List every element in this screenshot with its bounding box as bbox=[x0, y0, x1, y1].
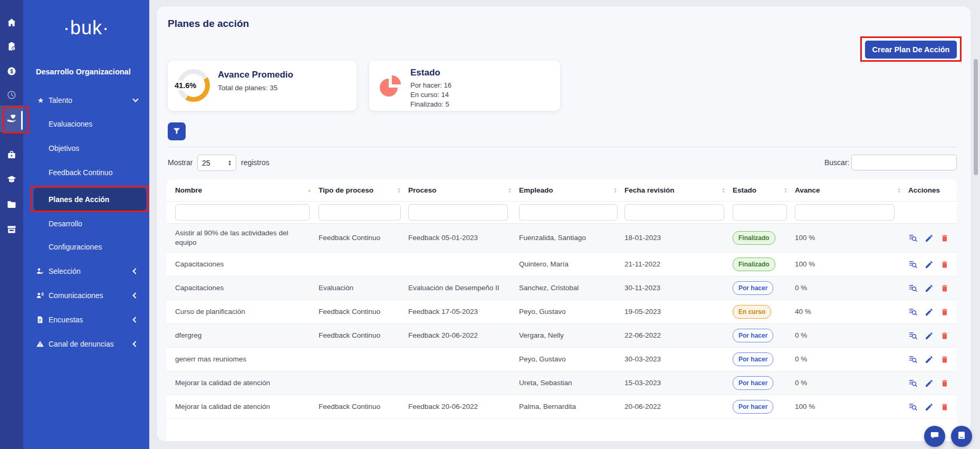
star-icon: ★ bbox=[36, 96, 45, 104]
page-size-value: 25 bbox=[202, 159, 210, 167]
home-icon[interactable] bbox=[6, 17, 17, 28]
cell-tipo-de-proceso bbox=[319, 260, 408, 269]
buscar-label: Buscar: bbox=[824, 158, 849, 167]
edit-icon[interactable] bbox=[925, 379, 934, 388]
cell-acciones bbox=[908, 397, 957, 416]
sidebar-item-seleccion[interactable]: Selección bbox=[23, 260, 149, 283]
delete-icon[interactable] bbox=[940, 403, 949, 412]
view-details-icon[interactable] bbox=[908, 402, 918, 412]
view-details-icon[interactable] bbox=[908, 260, 918, 269]
sort-icon[interactable]: ▲▼ bbox=[613, 187, 617, 194]
column-header-proceso[interactable]: Proceso▲▼ bbox=[408, 186, 519, 194]
column-header-fecha-revision[interactable]: Fecha revisión▲▼ bbox=[624, 186, 733, 194]
view-details-icon[interactable] bbox=[908, 307, 918, 317]
sort-icon[interactable]: ▲▼ bbox=[722, 187, 725, 194]
delete-icon[interactable] bbox=[940, 355, 949, 364]
sidebar-item-talento[interactable]: ★ Talento bbox=[23, 89, 149, 112]
announcement-icon bbox=[36, 291, 45, 300]
column-header-avance[interactable]: Avance▲▼ bbox=[795, 186, 908, 194]
clipboard-clock-icon[interactable] bbox=[6, 41, 17, 52]
feedback-widget-fab[interactable] bbox=[951, 426, 972, 447]
sidebar-item-planes-de-accion[interactable]: Planes de Acción bbox=[34, 188, 146, 211]
sort-icon[interactable]: ▲▼ bbox=[508, 187, 512, 194]
filter-button[interactable] bbox=[168, 122, 186, 140]
delete-icon[interactable] bbox=[940, 234, 949, 243]
cell-proceso: Feedback 20-06-2022 bbox=[408, 397, 519, 416]
graduation-icon[interactable] bbox=[6, 174, 17, 185]
table-body: Asistir al 90% de las actividades del eq… bbox=[167, 224, 957, 419]
sidebar-item-comunicaciones[interactable]: Comunicaciones bbox=[23, 284, 149, 307]
filter-input-fecha-revision[interactable] bbox=[624, 204, 724, 221]
create-action-plan-button[interactable]: Crear Plan De Acción bbox=[865, 41, 957, 59]
sidebar-item-evaluaciones[interactable]: Evaluaciones bbox=[23, 112, 149, 136]
estado-card: Estado Por hacer: 16 En curso: 14 Finali… bbox=[369, 61, 560, 111]
view-details-icon[interactable] bbox=[908, 233, 918, 243]
sort-icon[interactable]: ▲▼ bbox=[784, 187, 787, 194]
delete-icon[interactable] bbox=[940, 331, 949, 340]
sort-icon[interactable]: ▲▼ bbox=[397, 187, 401, 194]
folder-icon[interactable] bbox=[6, 199, 17, 209]
sidebar-item-configuraciones[interactable]: Configuraciones bbox=[23, 235, 149, 259]
edit-icon[interactable] bbox=[925, 234, 934, 243]
view-details-icon[interactable] bbox=[908, 283, 918, 293]
edit-icon[interactable] bbox=[925, 260, 934, 269]
table-row: Asistir al 90% de las actividades del eq… bbox=[167, 224, 957, 253]
avance-promedio-card: 41.6% Avance Promedio Total de planes: 3… bbox=[168, 61, 357, 111]
cell-tipo-de-proceso: Evaluación bbox=[319, 279, 408, 298]
filter-input-proceso[interactable] bbox=[408, 204, 508, 221]
table-controls: Mostrar 25 ▲▼ registros Buscar: bbox=[168, 155, 957, 171]
filter-input-tipo-de-proceso[interactable] bbox=[319, 204, 401, 221]
chevron-left-icon bbox=[132, 268, 138, 274]
chat-fab[interactable] bbox=[924, 426, 945, 447]
progress-percent-label: 41.6% bbox=[173, 81, 198, 90]
edit-icon[interactable] bbox=[925, 355, 934, 364]
page-size-select[interactable]: 25 ▲▼ bbox=[197, 155, 236, 171]
edit-icon[interactable] bbox=[925, 284, 934, 293]
delete-icon[interactable] bbox=[940, 308, 949, 317]
estado-finalizado: Finalizado: 5 bbox=[410, 100, 451, 109]
cell-nombre: Mejorar la calidad de atención bbox=[175, 397, 319, 416]
column-header-nombre[interactable]: Nombre▲ bbox=[175, 186, 319, 194]
cell-avance: 0 % bbox=[795, 350, 908, 369]
status-badge: Por hacer bbox=[733, 329, 773, 342]
view-details-icon[interactable] bbox=[908, 331, 918, 340]
filter-input-nombre[interactable] bbox=[175, 204, 310, 221]
delete-icon[interactable] bbox=[940, 260, 949, 269]
hand-heart-icon[interactable] bbox=[6, 113, 17, 124]
view-details-icon[interactable] bbox=[908, 378, 918, 388]
sidebar-item-objetivos[interactable]: Objetivos bbox=[23, 137, 149, 160]
pie-chart-icon bbox=[378, 73, 403, 101]
sort-asc-icon[interactable]: ▲ bbox=[308, 189, 311, 192]
cell-fecha-revision: 21-11-2022 bbox=[624, 255, 733, 274]
delete-icon[interactable] bbox=[940, 284, 949, 293]
survey-icon bbox=[36, 316, 45, 324]
edit-icon[interactable] bbox=[925, 308, 934, 317]
dollar-icon[interactable]: $ bbox=[6, 66, 17, 77]
edit-icon[interactable] bbox=[925, 331, 934, 340]
gift-icon[interactable] bbox=[6, 149, 17, 160]
filter-input-avance[interactable] bbox=[795, 204, 895, 221]
sidebar-item-desarrollo[interactable]: Desarrollo bbox=[23, 212, 149, 235]
sidebar-item-canal-de-denuncias[interactable]: Canal de denuncias bbox=[23, 332, 149, 356]
edit-icon[interactable] bbox=[925, 403, 934, 412]
search-input[interactable] bbox=[851, 155, 957, 170]
column-header-tipo-de-proceso[interactable]: Tipo de proceso▲▼ bbox=[319, 186, 408, 194]
sidebar-item-feedback-continuo[interactable]: Feedback Continuo bbox=[23, 161, 149, 184]
column-header-estado[interactable]: Estado▲▼ bbox=[733, 186, 795, 194]
cell-nombre: dfergreg bbox=[175, 326, 319, 345]
sidebar-item-encuestas[interactable]: Encuestas bbox=[23, 308, 149, 331]
filter-input-estado[interactable] bbox=[733, 204, 787, 221]
clock-icon[interactable] bbox=[6, 90, 17, 100]
delete-icon[interactable] bbox=[940, 379, 949, 388]
cell-acciones bbox=[908, 228, 957, 247]
sort-icon[interactable]: ▲▼ bbox=[897, 187, 901, 194]
cell-acciones bbox=[908, 279, 957, 298]
store-icon[interactable] bbox=[6, 224, 17, 235]
filter-input-empleado[interactable] bbox=[519, 204, 618, 221]
scrollbar-thumb[interactable] bbox=[974, 59, 978, 175]
mostrar-label: Mostrar bbox=[168, 158, 193, 167]
column-header-empleado[interactable]: Empleado▲▼ bbox=[519, 186, 624, 194]
table-row: Mejorar la calidad de atenciónUreta, Seb… bbox=[167, 371, 957, 395]
view-details-icon[interactable] bbox=[908, 355, 918, 364]
cell-empleado: Sanchez, Cristobal bbox=[519, 279, 624, 298]
